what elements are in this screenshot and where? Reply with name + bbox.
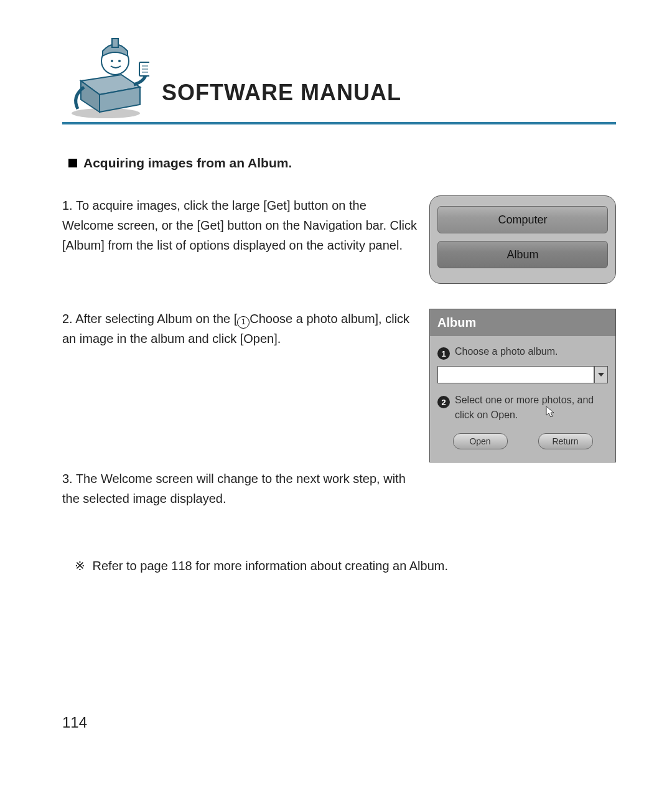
album-option-button[interactable]: Album	[437, 241, 608, 268]
circled-one-icon: 1	[237, 316, 250, 329]
svg-point-5	[111, 60, 113, 62]
return-button[interactable]: Return	[538, 433, 593, 449]
circled-one-icon: 1	[437, 347, 450, 360]
page-header: SOFTWARE MANUAL	[62, 25, 616, 124]
activity-panel-figure: Computer Album	[429, 195, 616, 284]
return-button-label: Return	[552, 436, 578, 446]
step-1-text: 1. To acquire images, click the large [G…	[62, 195, 429, 255]
footnote-text: Refer to page 118 for more information a…	[89, 559, 448, 573]
footnote: ※ Refer to page 118 for more information…	[75, 558, 616, 573]
step-body: To acquire images, click the large [Get]…	[62, 199, 417, 252]
circled-two-icon: 2	[437, 396, 450, 408]
step-2-text: 2. After selecting Album on the [1Choose…	[62, 309, 429, 349]
select-photos-label: Select one or more photos, and click on …	[455, 395, 608, 421]
page-number: 114	[62, 714, 87, 731]
album-option-label: Album	[506, 248, 538, 261]
step-2-pre: After selecting Album on the [	[73, 312, 238, 326]
svg-marker-13	[546, 406, 554, 417]
album-panel-figure: Album 1 Choose a photo album. 2	[429, 309, 616, 462]
computer-option-label: Computer	[498, 213, 547, 227]
section-heading: Acquiring images from an Album.	[68, 156, 616, 171]
svg-rect-7	[112, 39, 118, 47]
step-3-text: 3. The Welcome screen will change to the…	[62, 469, 423, 508]
dropdown-arrow-button[interactable]	[594, 366, 608, 383]
section-heading-text: Acquiring images from an Album.	[83, 156, 292, 171]
svg-marker-12	[598, 373, 604, 377]
cursor-icon	[546, 406, 556, 421]
step-number: 1.	[62, 199, 73, 212]
album-panel-title: Album	[430, 309, 615, 336]
mascot-illustration	[62, 25, 149, 118]
computer-option-button[interactable]: Computer	[437, 206, 608, 233]
step-3-body: The Welcome screen will change to the ne…	[62, 472, 406, 505]
bullet-square-icon	[68, 159, 77, 167]
album-dropdown[interactable]	[437, 366, 608, 383]
open-button-label: Open	[469, 436, 490, 446]
choose-album-label: Choose a photo album.	[455, 346, 558, 357]
album-dropdown-field[interactable]	[437, 366, 594, 383]
reference-mark-icon: ※	[75, 559, 85, 573]
select-photos-text: Select one or more photos, and click on …	[455, 395, 594, 420]
svg-point-6	[118, 60, 121, 62]
open-button[interactable]: Open	[453, 433, 508, 449]
step-number: 2.	[62, 312, 73, 326]
page-title: SOFTWARE MANUAL	[162, 80, 401, 118]
step-number: 3.	[62, 472, 73, 485]
